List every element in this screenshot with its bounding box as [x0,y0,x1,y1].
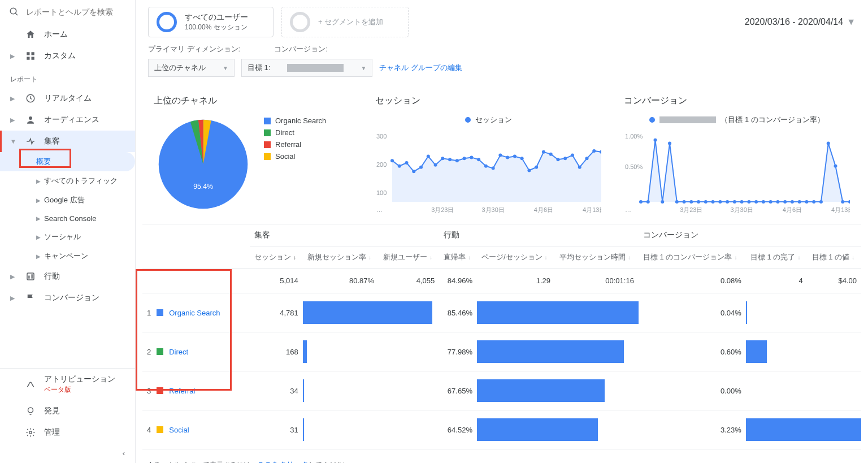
chevron-right-icon: ▶ [10,116,17,124]
th-avg[interactable]: 平均セッション時間 [555,246,639,269]
footer-link[interactable]: ここをクリック [257,460,309,463]
nav-audience[interactable]: ▶ オーディエンス [0,109,135,131]
segment-all-users[interactable]: すべてのユーザー 100.00% セッション [148,7,274,37]
svg-point-35 [520,157,524,160]
svg-point-63 [704,200,708,204]
panel-title-pie: 上位のチャネル [154,95,353,107]
collapse-sidebar[interactable]: ‹ [0,443,135,463]
svg-point-40 [556,158,559,161]
panel-title-conversion: コンバージョン [624,95,850,107]
svg-text:4月6日: 4月6日 [783,206,802,213]
legend-swatch [157,426,163,433]
segment-add[interactable]: + セグメントを追加 [281,7,409,37]
nav-behavior[interactable]: ▶ 行動 [0,266,135,287]
nav-conversions[interactable]: ▶ コンバージョン [0,287,135,309]
user-icon [25,115,36,125]
dropdown-top-channels[interactable]: 上位のチャネル ▼ [148,59,235,77]
th-session[interactable]: セッション [250,246,303,269]
subnav-search-console[interactable]: ▶Search Console [0,210,135,227]
nav-custom[interactable]: ▶ カスタム [0,45,135,67]
svg-text:200: 200 [376,161,387,168]
channel-link[interactable]: Social [169,426,189,434]
channel-link[interactable]: Referral [169,387,195,395]
nav-custom-label: カスタム [44,51,76,61]
chevron-right-icon: ▶ [10,295,17,302]
gear-icon [25,427,36,438]
attribution-icon [25,379,36,390]
svg-rect-2 [27,52,29,55]
svg-point-68 [740,200,744,204]
svg-point-60 [683,200,686,204]
nav-attribution[interactable]: アトリビューションベータ版 [0,369,135,400]
th-pps[interactable]: ページ/セッション [477,246,555,269]
svg-point-55 [646,200,650,204]
nav-audience-label: オーディエンス [44,115,99,125]
th-new-rate[interactable]: 新規セッション率 [303,246,379,269]
svg-point-67 [733,200,736,204]
pie-legend-item: Organic Search [264,115,326,127]
table-row-totals: 5,01480.87%4,055 84.96%1.2900:01:16 0.08… [142,269,861,293]
svg-point-11 [28,408,33,413]
conversion-legend: （目標 1 のコンバージョン率） [624,115,850,125]
date-range-picker[interactable]: 2020/03/16 - 2020/04/14 ▼ [745,17,856,27]
svg-point-70 [754,200,758,204]
th-bounce[interactable]: 直帰率 [439,246,477,269]
th-new-users[interactable]: 新規ユーザー [379,246,439,269]
nav-discover[interactable]: 発見 [0,400,135,422]
legend-swatch [157,387,163,394]
th-goal-done[interactable]: 目標 1 の完了 [746,246,808,269]
svg-point-66 [726,200,729,204]
svg-text:3月23日: 3月23日 [680,206,702,213]
chevron-down-icon: ▼ [361,65,366,71]
svg-text:1.00%: 1.00% [625,133,643,140]
svg-point-78 [812,200,815,204]
svg-point-36 [527,168,531,172]
dot-icon [649,117,655,123]
primary-dimension-label: プライマリ ディメンション: [148,44,240,54]
search-input[interactable] [26,7,126,16]
svg-point-23 [434,163,437,167]
legend-swatch [157,309,163,316]
svg-point-58 [668,142,671,145]
subnav-all-traffic[interactable]: ▶すべてのトラフィック [0,171,135,191]
svg-text:100: 100 [376,189,387,196]
pie-legend-item: Direct [264,127,326,139]
nav-conversions-label: コンバージョン [44,293,99,303]
svg-text:…: … [625,206,631,213]
dropdown-goal[interactable]: 目標 1: ▼ [241,59,372,77]
subnav-social[interactable]: ▶ソーシャル [0,227,135,246]
nav-realtime[interactable]: ▶ リアルタイム [0,88,135,109]
channel-link[interactable]: Direct [169,348,188,356]
subnav-campaign[interactable]: ▶キャンペーン [0,246,135,266]
nav-admin[interactable]: 管理 [0,422,135,443]
channel-link[interactable]: Organic Search [169,309,220,317]
subnav-google-ads[interactable]: ▶Google 広告 [0,191,135,210]
flag-icon [25,293,36,303]
nav-acquisition[interactable]: ▼ 集客 [0,131,135,152]
segment-add-label: + セグメントを追加 [318,17,383,27]
subnav-overview[interactable]: 概要 [0,152,135,171]
reports-section-head: レポート [0,67,135,88]
chevron-right-icon: ▶ [36,234,41,240]
svg-point-20 [412,170,415,173]
th-goal-val[interactable]: 目標 1 の値 [808,246,861,269]
th-goal-rate[interactable]: 目標 1 のコンバージョン率 [639,246,746,269]
chevron-down-icon: ▼ [847,17,856,27]
svg-point-61 [689,200,693,204]
edit-channel-group-link[interactable]: チャネル グループの編集 [379,63,462,73]
nav-behavior-label: 行動 [44,271,60,282]
chevron-right-icon: ▶ [36,215,41,222]
segment-ring-icon [157,12,177,32]
conversion-line-chart: 1.00% 0.50% 3月23日3月30日4月6日4月13日 … [624,128,850,213]
svg-point-73 [776,200,779,204]
svg-text:3月30日: 3月30日 [481,206,504,213]
svg-point-31 [492,167,495,170]
legend-swatch [157,348,163,355]
svg-point-75 [791,200,794,204]
chevron-right-icon: ▶ [10,95,17,102]
nav-home[interactable]: ホーム [0,24,135,45]
sidebar-search[interactable] [0,0,135,24]
th-group-conv: コンバージョン [639,224,861,246]
svg-text:3月30日: 3月30日 [730,206,753,213]
svg-point-83 [848,200,850,204]
